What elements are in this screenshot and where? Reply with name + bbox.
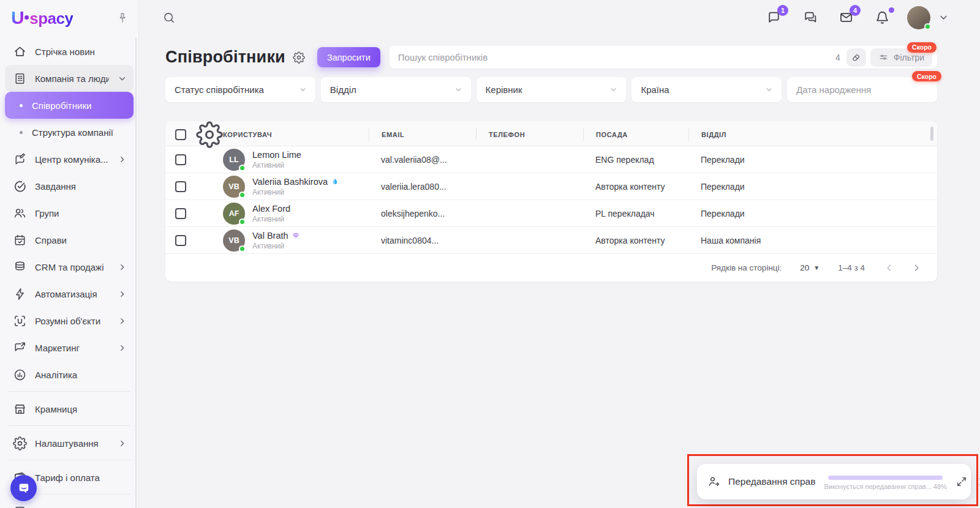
rows-per-page-select[interactable]: 20 ▼ bbox=[800, 263, 820, 272]
sidebar-item-label: Тариф і оплата bbox=[35, 473, 127, 483]
clear-filters-eraser-button[interactable] bbox=[846, 48, 866, 67]
sidebar-divider bbox=[9, 460, 130, 460]
select-all-checkbox[interactable] bbox=[175, 129, 186, 140]
search-result-count: 4 bbox=[835, 53, 840, 62]
invite-button[interactable]: Запросити bbox=[317, 47, 380, 67]
sidebar-item-9[interactable]: Автоматизація bbox=[5, 280, 134, 307]
sidebar-item-10[interactable]: Розумні об'єкти bbox=[5, 307, 134, 334]
filter-field-0[interactable]: Статус співробітника bbox=[165, 77, 315, 102]
row-checkbox[interactable] bbox=[175, 235, 186, 246]
chevron-down-icon bbox=[764, 85, 774, 94]
filter-field-3[interactable]: Країна bbox=[631, 77, 782, 102]
mail-icon[interactable]: 4 bbox=[839, 10, 854, 25]
chevron-right-icon bbox=[117, 289, 127, 299]
calendar-icon bbox=[13, 233, 27, 247]
table-pagination: Рядків на сторінці: 20 ▼ 1–4 з 4 bbox=[165, 254, 937, 282]
filter-label: Країна bbox=[641, 84, 669, 95]
sidebar-item-1[interactable]: Компанія та люди bbox=[5, 65, 134, 92]
filter-field-4[interactable]: Дата народженняСкоро bbox=[787, 77, 937, 102]
sidebar-item-0[interactable]: Стрічка новин bbox=[5, 38, 134, 65]
sidebar-header: U spacy bbox=[0, 0, 138, 35]
sidebar-item-16[interactable]: Налаштування bbox=[5, 430, 134, 457]
chevron-down-icon[interactable] bbox=[938, 12, 949, 23]
gem-badge-icon bbox=[292, 231, 300, 240]
row-checkbox[interactable] bbox=[175, 208, 186, 219]
online-status-dot bbox=[239, 165, 246, 171]
filter-field-2[interactable]: Керівник bbox=[477, 77, 627, 102]
sidebar-item-7[interactable]: Справи bbox=[5, 226, 134, 253]
toast-progress-block: Виконується передавання справ... 48% bbox=[824, 474, 946, 490]
email-cell: valeriia.lera080... bbox=[369, 182, 476, 192]
toast-title: Передавання справ bbox=[728, 476, 815, 487]
sidebar-item-6[interactable]: Групи bbox=[5, 200, 134, 226]
comm-icon bbox=[13, 152, 27, 166]
filter-row: Статус співробітникаВідділКерівникКраїна… bbox=[165, 77, 937, 102]
sidebar-item-11[interactable]: Маркетинг bbox=[5, 334, 134, 361]
previous-page-icon[interactable] bbox=[883, 262, 895, 274]
sidebar-item-label: Центр комуніка... bbox=[35, 154, 109, 165]
table-row: VBValeriia BashkirovaАктивнийvaleriia.le… bbox=[165, 173, 937, 200]
sidebar-subitem-2[interactable]: Співробітники bbox=[5, 92, 134, 119]
person-transfer-icon bbox=[707, 475, 721, 488]
next-page-icon[interactable] bbox=[911, 262, 922, 274]
smart-objects-icon bbox=[13, 314, 27, 328]
rows-per-page-value: 20 bbox=[800, 263, 809, 272]
sidebar-subitem-3[interactable]: Структура компанії bbox=[5, 119, 134, 146]
department-cell: Переклади bbox=[688, 155, 937, 165]
soon-badge: Скоро bbox=[912, 71, 941, 81]
sidebar-item-label: Групи bbox=[35, 208, 127, 219]
sidebar-item-8[interactable]: CRM та продажі bbox=[5, 253, 134, 280]
table-scrollbar-thumb[interactable] bbox=[930, 127, 933, 141]
doc-icon bbox=[13, 505, 27, 508]
progress-bar bbox=[828, 476, 943, 480]
search-input[interactable] bbox=[398, 52, 829, 62]
user-name: Val Brath bbox=[252, 231, 288, 241]
uspacy-logo: U spacy bbox=[11, 7, 73, 28]
row-checkbox[interactable] bbox=[175, 181, 186, 192]
table-row: AFAlex FordАктивнийoleksijhepenko...PL п… bbox=[165, 200, 937, 227]
chevron-right-icon bbox=[117, 262, 127, 272]
avatar: VB bbox=[223, 230, 245, 252]
avatar: LL bbox=[223, 149, 245, 171]
chat-icon[interactable]: 1 bbox=[766, 10, 782, 25]
building-icon bbox=[13, 72, 27, 86]
user-avatar[interactable] bbox=[907, 6, 930, 29]
sidebar-item-label: Співробітники bbox=[32, 100, 127, 111]
group-chats-icon[interactable] bbox=[802, 10, 818, 25]
pagination-range: 1–4 з 4 bbox=[838, 263, 865, 272]
page-settings-gear-icon[interactable] bbox=[293, 51, 305, 64]
sidebar-item-label: Маркетинг bbox=[35, 343, 109, 353]
topbar: 1 4 bbox=[139, 0, 980, 35]
position-cell: PL перекладач bbox=[583, 209, 688, 219]
avatar: VB bbox=[223, 176, 245, 198]
chevron-down-icon bbox=[117, 73, 127, 84]
sidebar-item-12[interactable]: Аналітика bbox=[5, 361, 134, 388]
shop-icon bbox=[13, 402, 27, 416]
sidebar-scrollbar[interactable] bbox=[135, 38, 137, 508]
user-name: Lemon Lime bbox=[252, 150, 301, 160]
pin-icon[interactable] bbox=[116, 12, 129, 24]
sidebar-item-label: Структура компанії bbox=[32, 127, 127, 138]
sidebar-item-4[interactable]: Центр комуніка... bbox=[5, 146, 134, 173]
expand-icon[interactable] bbox=[956, 476, 968, 488]
global-search-icon[interactable] bbox=[162, 11, 176, 24]
soon-badge: Скоро bbox=[907, 42, 937, 53]
email-cell: vitaminc0804... bbox=[369, 236, 476, 245]
close-icon[interactable] bbox=[977, 476, 980, 488]
filter-label: Статус співробітника bbox=[175, 84, 264, 95]
avatar: AF bbox=[223, 203, 245, 225]
bell-icon[interactable] bbox=[875, 10, 890, 25]
chevron-right-icon bbox=[117, 343, 127, 353]
analytics-icon bbox=[13, 368, 27, 382]
sidebar-item-5[interactable]: Завдання bbox=[5, 173, 134, 200]
sidebar-item-14[interactable]: Крамниця bbox=[5, 395, 134, 422]
filters-button[interactable]: Фільтри Скоро bbox=[870, 48, 932, 67]
filter-field-1[interactable]: Відділ bbox=[321, 77, 471, 102]
row-checkbox[interactable] bbox=[175, 154, 186, 165]
intercom-chat-button[interactable] bbox=[10, 475, 37, 501]
email-cell: val.valeriia08@... bbox=[369, 155, 476, 165]
home-icon bbox=[13, 45, 27, 59]
database-icon bbox=[13, 260, 27, 274]
table-settings-gear-icon[interactable] bbox=[196, 121, 223, 148]
sidebar-item-label: Компанія та люди bbox=[35, 73, 109, 84]
